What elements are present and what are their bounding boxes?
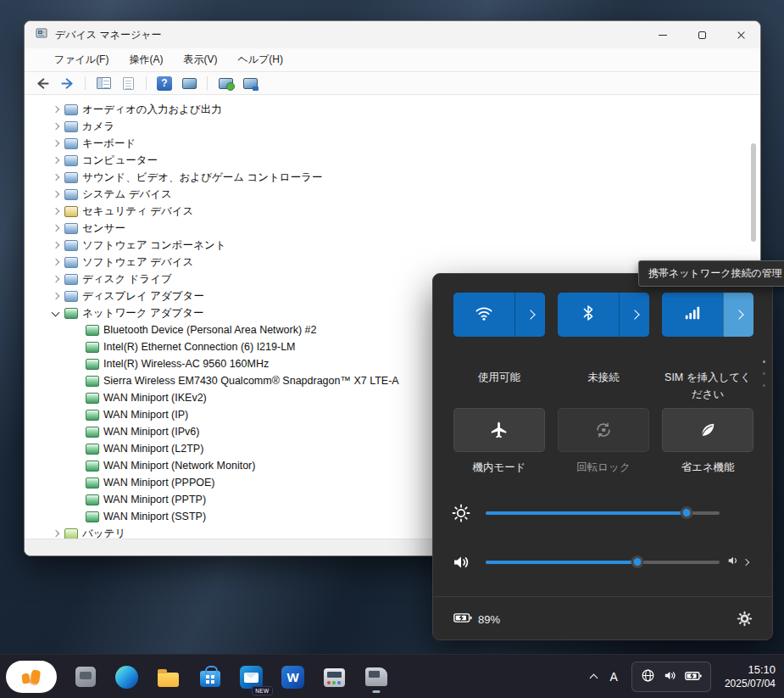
taskbar-app-file-explorer[interactable]: [150, 660, 187, 694]
wifi-toggle-button[interactable]: [453, 293, 514, 337]
gear-icon: [737, 615, 753, 629]
tree-item-label: ネットワーク アダプター: [82, 306, 204, 321]
tree-item-label: セキュリティ デバイス: [82, 204, 193, 219]
tree-chevron-icon[interactable]: [52, 258, 60, 266]
tree-chevron-icon[interactable]: [52, 241, 60, 249]
taskbar-clock[interactable]: 15:10 2025/07/04: [725, 663, 776, 690]
tree-chevron-icon[interactable]: [52, 105, 60, 114]
volume-slider[interactable]: [486, 561, 720, 564]
tree-item-label: コンピューター: [82, 154, 158, 168]
tree-item[interactable]: コンピューター: [25, 152, 760, 169]
tree-item[interactable]: セキュリティ デバイス: [25, 203, 760, 220]
tray-battery-icon: [685, 669, 702, 684]
tree-chevron-icon[interactable]: [52, 156, 60, 165]
taskbar-app-gray[interactable]: [67, 660, 104, 694]
close-button[interactable]: [721, 21, 760, 48]
tree-chevron-icon[interactable]: [52, 190, 60, 198]
tree-chevron-icon[interactable]: [52, 122, 60, 131]
bluetooth-label: 未接続: [558, 369, 649, 386]
speaker-icon: [663, 668, 677, 686]
taskbar-app-device-manager[interactable]: [358, 660, 395, 694]
tree-item-label: サウンド、ビデオ、およびゲーム コントローラー: [82, 170, 322, 185]
titlebar[interactable]: デバイス マネージャー: [25, 21, 760, 48]
settings-button[interactable]: [737, 611, 753, 630]
tiles-page-dots[interactable]: [763, 360, 765, 387]
tree-item-label: システム デバイス: [82, 187, 172, 202]
taskbar-app-word[interactable]: W: [275, 660, 312, 694]
tree-chevron-icon[interactable]: [52, 292, 60, 300]
wifi-expand-button[interactable]: [514, 293, 545, 337]
tree-item[interactable]: キーボード: [25, 135, 760, 152]
back-button[interactable]: [33, 74, 52, 92]
tree-item[interactable]: オーディオの入力および出力: [25, 101, 760, 118]
menu-item[interactable]: 表示(V): [175, 49, 225, 70]
bluetooth-expand-button[interactable]: [619, 293, 649, 337]
tree-scrollbar[interactable]: [751, 143, 758, 242]
taskbar-app-outlook[interactable]: NEW: [233, 660, 270, 694]
taskbar-app-edge[interactable]: [108, 660, 146, 694]
bluetooth-toggle-button[interactable]: [558, 293, 619, 337]
menu-item[interactable]: ヘルプ(H): [230, 49, 291, 70]
maximize-button[interactable]: [682, 21, 721, 48]
devices-by-type-icon[interactable]: [180, 74, 198, 92]
rotation-lock-label: 回転ロック: [558, 459, 649, 476]
tree-item-label: WAN Miniport (Network Monitor): [103, 460, 255, 472]
brightness-icon: [451, 503, 471, 527]
tree-chevron-icon[interactable]: [52, 529, 60, 538]
energy-saver-icon: [663, 409, 753, 451]
scrollbar-thumb[interactable]: [751, 143, 756, 242]
desktop: デバイス マネージャー ファイル(F) 操作(A) 表示(V) ヘルプ(H): [0, 0, 784, 698]
tree-chevron-icon[interactable]: [52, 309, 60, 317]
cellular-toggle-button[interactable]: [662, 293, 723, 337]
device-type-icon: [64, 528, 78, 539]
network-monitor-icon[interactable]: [241, 74, 259, 92]
brightness-slider-thumb[interactable]: [681, 506, 693, 519]
tree-chevron-icon[interactable]: [52, 275, 60, 283]
forward-button[interactable]: [58, 74, 76, 92]
properties-icon[interactable]: [119, 74, 137, 92]
tree-chevron-icon[interactable]: [52, 224, 60, 232]
help-icon[interactable]: ?: [155, 74, 174, 92]
tree-item-label: Intel(R) Wireless-AC 9560 160MHz: [103, 358, 269, 370]
tree-chevron-icon[interactable]: [52, 139, 60, 148]
device-type-icon: [64, 155, 78, 166]
minimize-button[interactable]: [643, 21, 682, 48]
device-type-icon: [64, 104, 78, 115]
energy-saver-tile[interactable]: [662, 408, 753, 452]
toolbar-separator: [146, 76, 147, 90]
console-tree-icon[interactable]: [94, 74, 113, 92]
audio-output-icon: [726, 554, 740, 571]
quick-settings-tray-button[interactable]: [631, 662, 711, 692]
tree-item-label: WAN Miniport (IKEv2): [103, 392, 207, 404]
gray-app-icon: [75, 667, 96, 687]
tray-overflow-button[interactable]: [591, 669, 597, 684]
tree-item[interactable]: カメラ: [25, 118, 760, 135]
outlook-new-badge: NEW: [252, 686, 272, 695]
airplane-mode-tile[interactable]: [453, 408, 545, 452]
ime-indicator[interactable]: A: [610, 670, 618, 684]
taskbar: NEW W A: [0, 654, 784, 698]
battery-icon: [453, 611, 472, 627]
device-type-icon: [64, 172, 78, 183]
device-type-icon: [86, 359, 99, 370]
menu-item[interactable]: ファイル(F): [47, 49, 116, 70]
tree-item[interactable]: システム デバイス: [25, 186, 760, 203]
volume-slider-thumb[interactable]: [631, 556, 644, 568]
edge-icon: [115, 666, 138, 689]
scan-hardware-changes-icon[interactable]: [216, 74, 235, 92]
folder-icon: [158, 673, 179, 687]
menu-item[interactable]: 操作(A): [121, 49, 170, 70]
widgets-button[interactable]: [6, 661, 57, 693]
tree-item[interactable]: ソフトウェア コンポーネント: [25, 237, 760, 254]
window-title: デバイス マネージャー: [55, 28, 162, 42]
active-app-indicator: [372, 690, 380, 693]
tree-item[interactable]: センサー: [25, 220, 760, 237]
tree-chevron-icon[interactable]: [52, 173, 60, 181]
chevron-right-icon: [630, 310, 639, 319]
cellular-expand-button[interactable]: [723, 293, 753, 337]
audio-output-button[interactable]: [726, 554, 748, 571]
taskbar-app-device-tool[interactable]: [316, 660, 353, 694]
tree-item[interactable]: サウンド、ビデオ、およびゲーム コントローラー: [25, 169, 760, 186]
taskbar-app-store[interactable]: [192, 660, 229, 694]
tree-chevron-icon[interactable]: [52, 207, 60, 215]
